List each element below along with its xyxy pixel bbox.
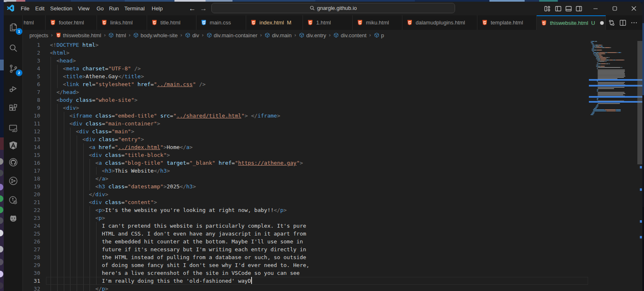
indent-guide bbox=[57, 261, 58, 269]
tab-miku.html[interactable]: miku.html bbox=[353, 15, 402, 30]
breadcrumb-item[interactable]: p bbox=[374, 32, 384, 38]
indent-guide bbox=[51, 120, 51, 127]
indent-guide bbox=[70, 245, 70, 253]
activity-item-extensions[interactable] bbox=[4, 99, 23, 118]
tab-main.css[interactable]: main.css bbox=[196, 15, 246, 30]
command-center-search[interactable]: gnargle.github.io bbox=[211, 3, 455, 13]
indent-guide bbox=[77, 238, 77, 245]
breadcrumb-item[interactable]: div.main bbox=[264, 32, 291, 38]
breadcrumb-item[interactable]: div bbox=[185, 32, 199, 38]
tab-thiswebsite.html[interactable]: thiswebsite.htmlU bbox=[537, 15, 606, 30]
code-line: <link rel="stylesheet" href="../main.css… bbox=[63, 80, 206, 88]
activity-item-git-graph[interactable] bbox=[4, 171, 23, 191]
html-file-icon bbox=[101, 19, 107, 26]
search-icon bbox=[8, 43, 18, 53]
indent-guide bbox=[90, 222, 90, 230]
activity-item-commit-search[interactable] bbox=[4, 190, 23, 210]
line-number: 14 bbox=[23, 143, 40, 151]
indent-guide bbox=[57, 190, 58, 198]
menu-selection[interactable]: Selection bbox=[50, 2, 72, 15]
activity-badge: 1 bbox=[16, 28, 22, 35]
indent-guide bbox=[51, 198, 51, 206]
tab-label: html bbox=[24, 19, 34, 26]
code-line: HTML and CSS. I don't even have any java… bbox=[102, 230, 306, 238]
menu-go[interactable]: Go bbox=[97, 2, 104, 15]
indent-guide bbox=[83, 245, 84, 253]
tab-template.html[interactable]: template.html bbox=[477, 15, 537, 30]
line-number: 26 bbox=[23, 238, 40, 245]
tab-html[interactable]: html bbox=[23, 15, 46, 30]
indent-guide bbox=[96, 167, 97, 175]
menu-edit[interactable]: Edit bbox=[35, 2, 44, 15]
breadcrumb-item[interactable]: div.entry bbox=[299, 32, 326, 38]
activity-item-github[interactable] bbox=[4, 152, 23, 172]
minimap[interactable] bbox=[589, 41, 637, 291]
tab-title.html[interactable]: title.html bbox=[147, 15, 196, 30]
activity-item-run-and-debug[interactable] bbox=[4, 79, 23, 99]
activity-item-gremlins[interactable] bbox=[4, 209, 23, 228]
indent-guide bbox=[57, 230, 58, 238]
more-actions-button[interactable] bbox=[628, 15, 640, 30]
indent-guide bbox=[57, 104, 58, 112]
scrollbar-thumb[interactable] bbox=[637, 41, 642, 164]
code-editor[interactable]: 1<!DOCTYPE html>2<html>3<head>4<meta cha… bbox=[23, 41, 642, 291]
menu-file[interactable]: File bbox=[21, 2, 29, 15]
indent-guide bbox=[77, 151, 77, 159]
indent-guide bbox=[57, 159, 58, 167]
maximize-button[interactable] bbox=[605, 2, 624, 15]
indent-guide bbox=[90, 175, 90, 183]
breadcrumb-item[interactable]: html bbox=[108, 32, 126, 38]
indent-guide bbox=[64, 159, 64, 167]
breadcrumb-item[interactable]: div.main-container bbox=[206, 32, 257, 38]
toggle-sidebar-left-icon[interactable] bbox=[555, 5, 562, 12]
menu-view[interactable]: View bbox=[78, 2, 90, 15]
line-number: 9 bbox=[23, 104, 40, 112]
tab-links.html[interactable]: links.html bbox=[97, 15, 147, 30]
indent-guide bbox=[83, 222, 84, 230]
tab-index.html[interactable]: index.htmlM bbox=[246, 15, 303, 30]
activity-item-source-control[interactable]: 2 bbox=[4, 59, 23, 79]
tab-dalamudplugins.html[interactable]: dalamudplugins.html bbox=[402, 15, 477, 30]
breadcrumb-item[interactable]: projects bbox=[29, 32, 48, 38]
open-changes-button[interactable] bbox=[606, 15, 617, 30]
nav-back-icon[interactable]: ← bbox=[188, 4, 197, 14]
breadcrumb-item[interactable]: thiswebsite.html bbox=[56, 32, 101, 38]
line-number: 10 bbox=[23, 112, 40, 120]
tab-label: template.html bbox=[491, 19, 523, 26]
menu-run[interactable]: Run bbox=[109, 2, 119, 15]
code-line: <p> bbox=[95, 214, 105, 222]
toggle-panel-icon[interactable] bbox=[565, 5, 572, 12]
unsaved-dot-icon[interactable] bbox=[600, 21, 604, 25]
activity-item-explorer[interactable]: 1 bbox=[4, 17, 23, 37]
menu-help[interactable]: Help bbox=[152, 2, 163, 15]
code-line: <h3 class="datestamp">2025</h3> bbox=[95, 183, 196, 190]
breadcrumb-item[interactable]: body.whole-site bbox=[133, 32, 177, 38]
indent-guide bbox=[77, 253, 77, 261]
indent-guide bbox=[77, 269, 77, 277]
split-editor-button[interactable] bbox=[617, 15, 629, 30]
tab-1.html[interactable]: 1.html bbox=[303, 15, 353, 30]
menu-terminal[interactable]: Terminal bbox=[124, 2, 145, 15]
tab-footer.html[interactable]: footer.html bbox=[46, 15, 97, 30]
git-graph-icon bbox=[8, 176, 18, 186]
toggle-sidebar-right-icon[interactable] bbox=[576, 5, 582, 12]
indent-guide bbox=[77, 175, 77, 183]
close-button[interactable] bbox=[624, 2, 642, 15]
title-bar: FileEditSelectionViewGoRunTerminalHelp ←… bbox=[4, 2, 642, 15]
indent-guide bbox=[70, 230, 70, 238]
breadcrumb-item[interactable]: div.content bbox=[333, 32, 366, 38]
customize-layout-icon[interactable] bbox=[544, 5, 551, 12]
indent-guide bbox=[51, 285, 51, 291]
command-center-value: gnargle.github.io bbox=[317, 5, 357, 11]
activity-item-search[interactable] bbox=[4, 38, 23, 58]
code-line: future if it's necessary but I'm writing… bbox=[102, 245, 306, 253]
run-and-debug-icon bbox=[8, 84, 18, 94]
vscode-logo-icon bbox=[7, 5, 14, 12]
minimize-button[interactable] bbox=[586, 2, 605, 15]
open-changes-icon bbox=[608, 19, 616, 27]
breadcrumb-separator-icon: › bbox=[199, 32, 206, 38]
nav-forward-icon[interactable]: → bbox=[199, 4, 208, 14]
indent-guide bbox=[51, 65, 51, 72]
code-line: <meta charset="UTF-8" /> bbox=[63, 65, 141, 72]
indent-guide bbox=[57, 222, 58, 230]
